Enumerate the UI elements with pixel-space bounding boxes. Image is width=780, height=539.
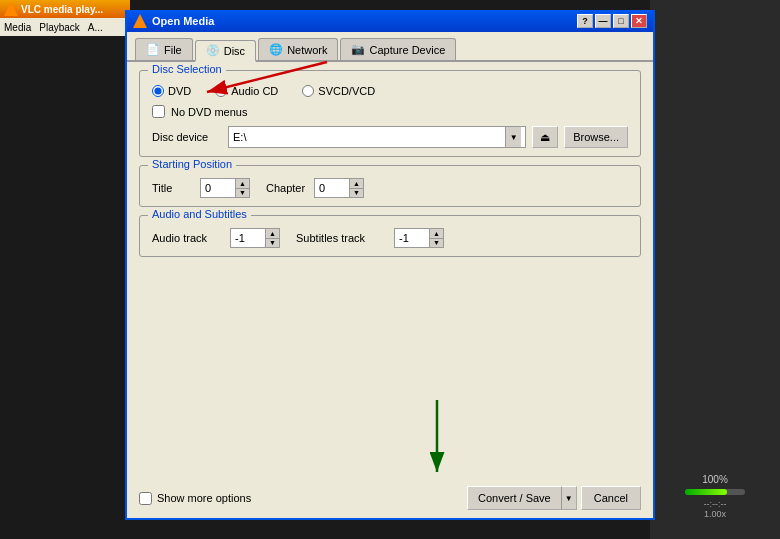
tab-disc[interactable]: 💿 Disc [195,40,256,62]
dialog-window: Open Media ? — □ ✕ 📄 File 💿 Disc 🌐 Netwo… [125,10,655,520]
vlc-title: VLC media play... [21,4,103,15]
open-media-dialog: Open Media ? — □ ✕ 📄 File 💿 Disc 🌐 Netwo… [125,10,655,530]
dialog-title: Open Media [152,15,577,27]
svcd-vcd-radio-item[interactable]: SVCD/VCD [302,85,375,97]
eject-icon: ⏏ [540,131,550,144]
convert-save-dropdown-arrow[interactable]: ▼ [561,486,577,510]
disc-type-radios: DVD Audio CD SVCD/VCD [152,85,628,97]
position-fields-row: Title 0 ▲ ▼ Chapter 0 [152,178,628,198]
title-label: Title [152,182,192,194]
eject-button[interactable]: ⏏ [532,126,558,148]
subtitles-track-spinner-btns: ▲ ▼ [429,229,443,247]
audio-cd-radio[interactable] [215,85,227,97]
volume-label: 100% [702,474,728,485]
tabs-bar: 📄 File 💿 Disc 🌐 Network 📷 Capture Device [127,32,653,62]
help-button[interactable]: ? [577,14,593,28]
title-field: Title 0 ▲ ▼ [152,178,250,198]
svcd-vcd-radio[interactable] [302,85,314,97]
close-button[interactable]: ✕ [631,14,647,28]
disc-device-combo[interactable]: E:\ ▼ [228,126,526,148]
audio-track-spinner[interactable]: -1 ▲ ▼ [230,228,280,248]
show-more-label: Show more options [157,492,251,504]
title-value[interactable]: 0 [201,179,235,197]
audio-track-label: Audio track [152,232,222,244]
dvd-radio-item[interactable]: DVD [152,85,191,97]
tab-file-label: File [164,44,182,56]
audio-track-spinner-btns: ▲ ▼ [265,229,279,247]
dialog-icon [133,14,147,28]
disc-selection-title: Disc Selection [148,63,226,75]
audio-track-field: Audio track -1 ▲ ▼ [152,228,280,248]
menu-media[interactable]: Media [4,22,31,33]
menu-audio[interactable]: A... [88,22,103,33]
speed-display: 1.00x [704,509,726,519]
chapter-down-button[interactable]: ▼ [350,189,363,198]
subtitles-track-label: Subtitles track [296,232,386,244]
chapter-value[interactable]: 0 [315,179,349,197]
disc-device-row: Disc device E:\ ▼ ⏏ Browse... [152,126,628,148]
show-more-checkbox[interactable] [139,492,152,505]
file-tab-icon: 📄 [146,43,160,57]
audio-track-value[interactable]: -1 [231,229,265,247]
browse-button[interactable]: Browse... [564,126,628,148]
no-dvd-menus-row: No DVD menus [152,105,628,118]
chapter-up-button[interactable]: ▲ [350,179,363,189]
title-spinner[interactable]: 0 ▲ ▼ [200,178,250,198]
tab-capture-label: Capture Device [369,44,445,56]
tab-disc-label: Disc [224,45,245,57]
dvd-radio[interactable] [152,85,164,97]
volume-bar[interactable] [685,489,745,495]
chapter-field: Chapter 0 ▲ ▼ [266,178,364,198]
dialog-titlebar: Open Media ? — □ ✕ [127,10,653,32]
minimize-button[interactable]: — [595,14,611,28]
capture-tab-icon: 📷 [351,43,365,57]
footer-buttons: Convert / Save ▼ Cancel [467,486,641,510]
no-dvd-menus-label: No DVD menus [171,106,247,118]
starting-position-section: Starting Position Title 0 ▲ ▼ Ch [139,165,641,207]
title-down-button[interactable]: ▼ [236,189,249,198]
title-spinner-btns: ▲ ▼ [235,179,249,197]
audio-fields-row: Audio track -1 ▲ ▼ Subtitles track -1 [152,228,628,248]
time-display: --:--:-- [704,499,727,509]
show-more-row: Show more options [139,492,251,505]
vlc-menubar: Media Playback A... [0,18,130,36]
tab-capture[interactable]: 📷 Capture Device [340,38,456,60]
disc-device-label: Disc device [152,131,222,143]
vlc-titlebar: VLC media play... [0,0,130,18]
dvd-label: DVD [168,85,191,97]
subtitles-track-field: Subtitles track -1 ▲ ▼ [296,228,444,248]
disc-device-value: E:\ [233,131,246,143]
tab-network[interactable]: 🌐 Network [258,38,338,60]
no-dvd-menus-checkbox[interactable] [152,105,165,118]
titlebar-buttons: ? — □ ✕ [577,14,647,28]
convert-save-button[interactable]: Convert / Save [467,486,561,510]
vlc-right-panel: 100% --:--:-- 1.00x [650,0,780,539]
audio-track-up-button[interactable]: ▲ [266,229,279,239]
subtitles-track-up-button[interactable]: ▲ [430,229,443,239]
cancel-button[interactable]: Cancel [581,486,641,510]
dialog-footer: Show more options Convert / Save ▼ Cance… [127,486,653,510]
subtitles-track-spinner[interactable]: -1 ▲ ▼ [394,228,444,248]
dialog-content: Disc Selection DVD Audio CD SVCD/VCD [127,62,653,273]
svcd-vcd-label: SVCD/VCD [318,85,375,97]
volume-fill [685,489,727,495]
convert-save-split-button: Convert / Save ▼ [467,486,577,510]
tab-network-label: Network [287,44,327,56]
audio-subtitles-section: Audio and Subtitles Audio track -1 ▲ ▼ [139,215,641,257]
network-tab-icon: 🌐 [269,43,283,57]
title-up-button[interactable]: ▲ [236,179,249,189]
vlc-cone-icon [4,2,18,16]
starting-position-title: Starting Position [148,158,236,170]
audio-track-down-button[interactable]: ▼ [266,239,279,248]
menu-playback[interactable]: Playback [39,22,80,33]
tab-file[interactable]: 📄 File [135,38,193,60]
audio-cd-radio-item[interactable]: Audio CD [215,85,278,97]
chapter-spinner-btns: ▲ ▼ [349,179,363,197]
disc-tab-icon: 💿 [206,44,220,58]
subtitles-track-value[interactable]: -1 [395,229,429,247]
maximize-button[interactable]: □ [613,14,629,28]
chapter-spinner[interactable]: 0 ▲ ▼ [314,178,364,198]
subtitles-track-down-button[interactable]: ▼ [430,239,443,248]
chapter-label: Chapter [266,182,306,194]
combo-arrow-icon[interactable]: ▼ [505,127,521,147]
